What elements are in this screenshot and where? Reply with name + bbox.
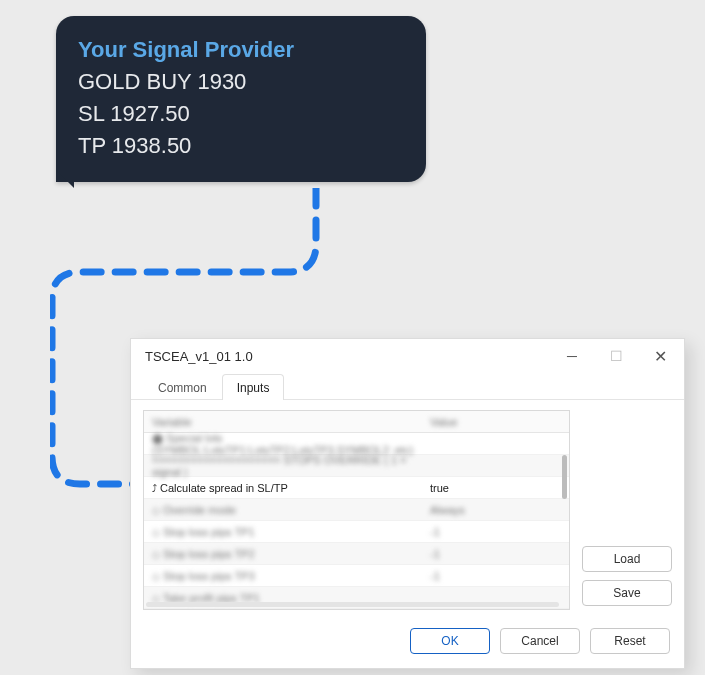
string-icon: ⬤ [152, 433, 163, 444]
close-button[interactable]: ✕ [638, 341, 682, 371]
table-row[interactable]: ◇ Override mode Always [144, 499, 569, 521]
side-buttons: Load Save [582, 410, 672, 610]
inputs-grid[interactable]: Variable Value ⬤ Special lots (SYMBOL:Lo… [143, 410, 570, 610]
ok-button[interactable]: OK [410, 628, 490, 654]
minimize-button[interactable]: ─ [550, 341, 594, 371]
column-variable: Variable [144, 416, 424, 428]
table-row[interactable]: ◇ Stop loss pips TP1 -1 [144, 521, 569, 543]
maximize-button[interactable]: ☐ [594, 341, 638, 371]
grid-header: Variable Value [144, 411, 569, 433]
window-title: TSCEA_v1_01 1.0 [145, 349, 550, 364]
tab-common[interactable]: Common [143, 374, 222, 400]
table-row[interactable]: ◇ Stop loss pips TP3 -1 [144, 565, 569, 587]
save-button[interactable]: Save [582, 580, 672, 606]
tab-inputs[interactable]: Inputs [222, 374, 285, 400]
titlebar: TSCEA_v1_01 1.0 ─ ☐ ✕ [131, 339, 684, 373]
row-value: true [430, 482, 449, 494]
tab-strip: Common Inputs [131, 373, 684, 400]
number-icon: ◇ [152, 549, 160, 560]
inputs-dialog: TSCEA_v1_01 1.0 ─ ☐ ✕ Common Inputs Vari… [130, 338, 685, 669]
bool-icon: ⤴ [152, 483, 157, 494]
row-variable: Calculate spread in SL/TP [160, 482, 288, 494]
cancel-button[interactable]: Cancel [500, 628, 580, 654]
number-icon: ◇ [152, 527, 160, 538]
reset-button[interactable]: Reset [590, 628, 670, 654]
signal-line-1: GOLD BUY 1930 [78, 66, 404, 98]
table-row[interactable]: ◇ Stop loss pips TP2 -1 [144, 543, 569, 565]
column-value: Value [424, 416, 569, 428]
table-row[interactable]: ⬤ Special lots (SYMBOL:LotsTP1:LotsTP2:L… [144, 433, 569, 455]
signal-chat-bubble: Your Signal Provider GOLD BUY 1930 SL 19… [56, 16, 426, 182]
table-row-highlighted[interactable]: ⤴ Calculate spread in SL/TP true [144, 477, 569, 499]
vertical-scrollbar[interactable] [562, 455, 567, 499]
horizontal-scrollbar[interactable] [146, 602, 559, 607]
bubble-tail [56, 170, 74, 188]
signal-line-2: SL 1927.50 [78, 98, 404, 130]
signal-line-3: TP 1938.50 [78, 130, 404, 162]
enum-icon: ◇ [152, 505, 160, 516]
load-button[interactable]: Load [582, 546, 672, 572]
dialog-footer: OK Cancel Reset [131, 620, 684, 668]
number-icon: ◇ [152, 571, 160, 582]
table-row[interactable]: ==================== STOPS OVERRIDE ( 1 … [144, 455, 569, 477]
signal-provider-title: Your Signal Provider [78, 34, 404, 66]
